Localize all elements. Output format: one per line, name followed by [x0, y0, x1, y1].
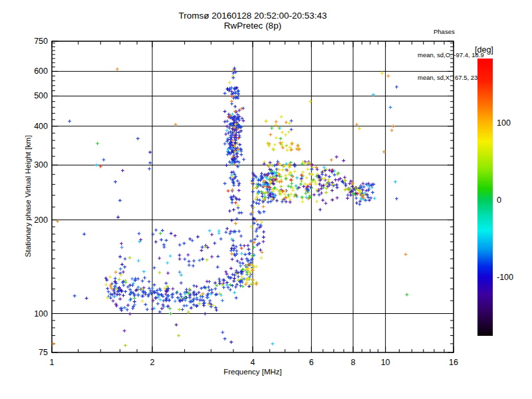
scatter-points: [52, 66, 409, 347]
x-tick-label: 2: [150, 358, 155, 367]
x-tick-label: 4: [251, 358, 255, 367]
y-tick-labels: 75100200300400500600750: [34, 37, 48, 357]
x-tick-label: 1: [50, 358, 55, 367]
colorbar-gradient: [477, 59, 493, 336]
colorbar-tick-label: 0: [497, 196, 501, 205]
y-tick-label: 600: [34, 66, 48, 76]
phase-stats-header: Phases: [434, 28, 484, 36]
phase-stats-block: Phases mean, sd,O: -97.4, 18.9 mean, sd,…: [418, 13, 484, 97]
x-tick-label: 8: [351, 358, 356, 367]
x-tick-label: 16: [449, 358, 458, 367]
ionogram-figure: 12468101675100200300400500600750 Tromsø …: [0, 0, 532, 399]
y-tick-label: 300: [34, 160, 48, 170]
y-tick-label: 75: [39, 348, 48, 357]
gridlines: [52, 41, 454, 352]
colorbar-label: [deg]: [475, 45, 493, 55]
x-tick-label: 10: [381, 358, 390, 367]
y-tick-label: 200: [34, 215, 48, 225]
x-tick-label: 6: [309, 358, 314, 367]
y-tick-label: 750: [34, 37, 48, 46]
y-tick-label: 100: [34, 309, 48, 319]
phase-stats-o-line: mean, sd,O: -97.4, 18.9: [418, 51, 484, 59]
phase-stats-x-line: mean, sd,X: 67.5, 23.3: [418, 74, 484, 82]
y-tick-label: 500: [34, 91, 48, 100]
y-tick-label: 400: [34, 122, 48, 131]
colorbar-tick-label: -100: [497, 273, 513, 282]
y-axis-label: Stationary phase Virtual Height [km]: [24, 135, 32, 257]
x-axis-label: Frequency [MHz]: [186, 368, 319, 376]
x-tick-labels: 124681016: [50, 358, 458, 367]
colorbar-tick-label: 100: [497, 118, 511, 128]
